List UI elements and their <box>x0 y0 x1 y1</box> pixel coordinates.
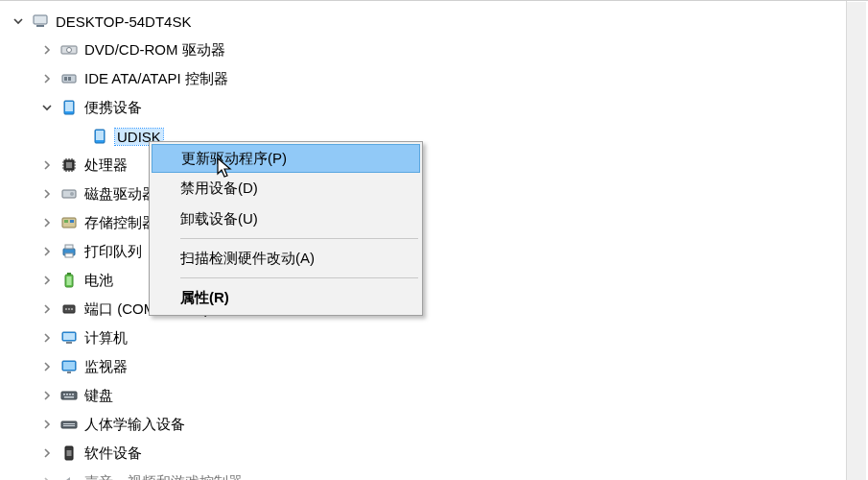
hid-icon <box>59 415 79 434</box>
svg-rect-32 <box>63 362 75 370</box>
vertical-scrollbar[interactable] <box>847 2 866 480</box>
svg-rect-37 <box>69 394 71 396</box>
tree-item-dvd[interactable]: DVD/CD-ROM 驱动器 <box>0 36 846 64</box>
tree-item-label: 声音、视频和游戏控制器 <box>84 473 243 481</box>
storage-controller-icon <box>59 213 79 232</box>
cpu-icon <box>59 156 79 175</box>
menu-item-label: 扫描检测硬件改动(A) <box>180 250 315 268</box>
chevron-right-icon[interactable] <box>38 214 56 231</box>
svg-point-3 <box>67 48 72 53</box>
chevron-right-icon[interactable] <box>38 70 56 87</box>
svg-rect-35 <box>63 394 65 396</box>
tree-item-label: 磁盘驱动器 <box>84 185 156 204</box>
chevron-right-icon[interactable] <box>38 358 56 375</box>
expander-empty <box>69 128 86 145</box>
tree-item-label: DVD/CD-ROM 驱动器 <box>84 41 225 60</box>
svg-rect-10 <box>96 131 104 140</box>
tree-item-hid[interactable]: 人体学输入设备 <box>0 410 846 439</box>
software-device-icon <box>59 444 79 463</box>
chevron-down-icon[interactable] <box>10 12 27 30</box>
menu-separator <box>180 277 418 278</box>
menu-separator <box>180 238 418 239</box>
tree-item-printer[interactable]: 打印队列 <box>0 237 846 266</box>
portable-device-icon <box>59 98 79 117</box>
battery-icon <box>59 271 79 290</box>
tree-item-software[interactable]: 软件设备 <box>0 439 846 468</box>
svg-rect-20 <box>65 253 73 257</box>
svg-rect-29 <box>63 333 75 340</box>
chevron-down-icon[interactable] <box>38 99 56 116</box>
tree-item-label: 存储控制器 <box>84 214 156 232</box>
menu-item-label: 属性(R) <box>180 289 229 307</box>
chevron-right-icon[interactable] <box>38 444 56 462</box>
svg-rect-41 <box>63 423 75 424</box>
menu-item-properties[interactable]: 属性(R) <box>152 282 420 313</box>
tree-item-ide[interactable]: IDE ATA/ATAPI 控制器 <box>0 64 846 93</box>
chevron-right-icon[interactable] <box>38 272 56 289</box>
svg-rect-8 <box>65 102 73 111</box>
port-icon <box>59 300 79 319</box>
computer-icon <box>31 12 50 31</box>
tree-item-monitor[interactable]: 监视器 <box>0 352 846 381</box>
svg-rect-6 <box>68 77 71 81</box>
menu-item-label: 更新驱动程序(P) <box>181 150 287 168</box>
chevron-right-icon[interactable] <box>38 473 56 480</box>
tree-item-keyboard[interactable]: 键盘 <box>0 381 846 410</box>
chevron-right-icon[interactable] <box>38 300 56 318</box>
chevron-right-icon[interactable] <box>38 416 56 433</box>
tree-root-node[interactable]: DESKTOP-54DT4SK <box>0 7 846 36</box>
svg-rect-40 <box>61 421 77 428</box>
chevron-right-icon[interactable] <box>38 156 56 174</box>
keyboard-icon <box>59 386 79 405</box>
device-tree[interactable]: DESKTOP-54DT4SK DVD/CD-ROM 驱动器 <box>0 1 847 480</box>
menu-item-disable-device[interactable]: 禁用设备(D) <box>152 173 420 204</box>
chevron-right-icon[interactable] <box>38 387 56 404</box>
svg-rect-30 <box>66 342 72 344</box>
svg-point-25 <box>65 308 67 310</box>
svg-rect-23 <box>67 276 72 285</box>
tree-item-storage[interactable]: 存储控制器 <box>0 208 846 237</box>
tree-item-label: 处理器 <box>84 156 128 175</box>
tree-item-ports[interactable]: 端口 (COM 和 LPT) <box>0 295 846 324</box>
tree-item-label: 计算机 <box>84 329 128 348</box>
tree-item-udisk[interactable]: UDISK <box>0 122 846 151</box>
monitor-icon <box>59 357 79 376</box>
disk-drive-icon <box>59 184 79 204</box>
svg-rect-34 <box>61 392 77 399</box>
chevron-right-icon[interactable] <box>38 41 56 59</box>
svg-point-14 <box>70 192 74 196</box>
printer-icon <box>59 242 79 261</box>
svg-rect-38 <box>72 394 74 396</box>
svg-rect-44 <box>67 450 72 456</box>
tree-item-computer[interactable]: 计算机 <box>0 324 846 352</box>
tree-item-cpu[interactable]: 处理器 <box>0 151 846 180</box>
svg-rect-33 <box>67 372 71 373</box>
disc-drive-icon <box>59 40 79 60</box>
pc-icon <box>59 328 79 348</box>
chevron-right-icon[interactable] <box>38 243 56 260</box>
tree-item-label: IDE ATA/ATAPI 控制器 <box>84 70 228 88</box>
menu-item-scan-hardware[interactable]: 扫描检测硬件改动(A) <box>152 243 420 274</box>
device-manager-viewport: DESKTOP-54DT4SK DVD/CD-ROM 驱动器 <box>0 0 868 480</box>
tree-item-battery[interactable]: 电池 <box>0 266 846 295</box>
chevron-right-icon[interactable] <box>38 329 56 347</box>
menu-item-uninstall-device[interactable]: 卸载设备(U) <box>152 204 420 234</box>
svg-rect-17 <box>70 220 74 223</box>
tree-item-label: 便携设备 <box>84 99 142 117</box>
tree-item-portable[interactable]: 便携设备 <box>0 93 846 122</box>
svg-point-26 <box>68 308 70 310</box>
tree-item-label: 打印队列 <box>84 243 142 261</box>
svg-rect-1 <box>36 25 44 27</box>
tree-item-label: 人体学输入设备 <box>84 416 185 434</box>
chevron-right-icon[interactable] <box>38 185 56 203</box>
ide-controller-icon <box>59 69 79 88</box>
svg-rect-39 <box>64 396 74 398</box>
menu-item-label: 卸载设备(U) <box>180 210 258 228</box>
svg-rect-12 <box>66 162 72 168</box>
tree-item-disk[interactable]: 磁盘驱动器 <box>0 180 846 208</box>
tree-item-label: 电池 <box>84 272 113 290</box>
portable-device-icon <box>90 127 109 146</box>
tree-item-label: 软件设备 <box>84 444 142 463</box>
tree-item-sound[interactable]: 声音、视频和游戏控制器 <box>0 468 846 480</box>
menu-item-update-driver[interactable]: 更新驱动程序(P) <box>152 144 420 173</box>
